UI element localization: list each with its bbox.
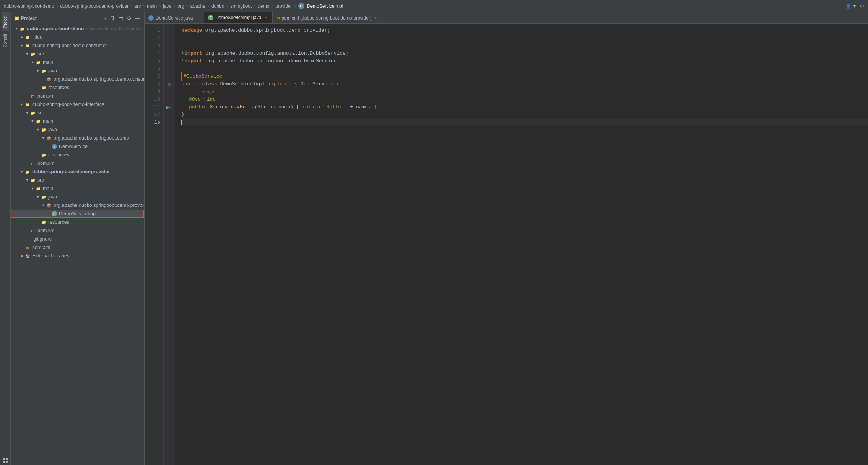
breadcrumb-item-1[interactable]: dubbo-spring-boot-demo: [4, 3, 54, 9]
tree-arrow-consumer-main: ▼: [30, 60, 35, 65]
tree-consumer-pom[interactable]: m pom.xml: [11, 92, 144, 100]
code-content[interactable]: package org.apache.dubbo.springboot.demo…: [175, 24, 868, 465]
tree-external-libs-label: External Libraries: [32, 253, 69, 259]
tree-consumer-resources[interactable]: 📁 resources: [11, 83, 144, 92]
structure-icon[interactable]: [1, 456, 10, 465]
tree-interface-main[interactable]: ▼ 📁 main: [11, 117, 144, 125]
breadcrumb-item-4[interactable]: main: [147, 3, 157, 9]
code-line-1: package org.apache.dubbo.springboot.demo…: [181, 27, 868, 34]
sidebar-expand-icon[interactable]: ⇅: [109, 15, 116, 22]
folder-icon-provider-src: 📁: [30, 177, 36, 183]
tree-consumer-src[interactable]: ▼ 📁 src: [11, 50, 144, 58]
kw-import-5: import: [185, 57, 206, 65]
package-icon-consumer: 📦: [46, 76, 52, 82]
line-num-3: 3: [145, 42, 163, 50]
tree-provider-label: dubbo-spring-boot-demo-provider: [32, 169, 110, 174]
tab-pom[interactable]: m pom.xml (dubbo-spring-boot-demo-provid…: [273, 12, 383, 23]
commit-panel-label[interactable]: Commit: [2, 31, 9, 50]
package-icon-interface: 📦: [46, 135, 52, 141]
svg-rect-3: [6, 461, 8, 463]
tree-consumer-java[interactable]: ▼ 📁 java: [11, 67, 144, 75]
tree-arrow-idea: ▶: [19, 34, 24, 40]
folder-icon-consumer-main: 📁: [35, 59, 41, 65]
gutter-7: [164, 73, 175, 80]
tree-provider[interactable]: ▼ 📁 dubbo-spring-boot-demo-provider: [11, 167, 144, 176]
tree-consumer[interactable]: ▼ 📁 dubbo-spring-boot-demo-consumer: [11, 41, 144, 50]
tree-provider-resources[interactable]: 📁 resources: [11, 218, 144, 226]
tree-interface-pkg[interactable]: ▼ 📦 org.apache.dubbo.springboot.demo: [11, 134, 144, 142]
tab-pom-close[interactable]: ×: [374, 15, 379, 21]
svg-rect-0: [3, 458, 5, 460]
gutter-run-11[interactable]: ▶: [166, 105, 169, 110]
tree-demoserviceimpl[interactable]: C DemoServiceImpl: [11, 210, 144, 218]
svg-rect-2: [3, 461, 5, 463]
tree-provider-main[interactable]: ▼ 📁 main: [11, 184, 144, 193]
sidebar-settings-icon[interactable]: ⚙: [126, 15, 133, 22]
folder-icon-provider: 📁: [24, 169, 31, 175]
folder-icon-consumer: 📁: [24, 42, 31, 49]
tree-external-libs[interactable]: ▶ 📚 External Libraries: [11, 252, 144, 260]
tree-idea[interactable]: ▶ 📁 .idea: [11, 33, 144, 41]
tree-consumer-main[interactable]: ▼ 📁 main: [11, 58, 144, 67]
breadcrumb-item-7[interactable]: apache: [190, 3, 205, 9]
tab-demoservice[interactable]: I DemoService.java ×: [145, 12, 204, 23]
line-num-15: 15: [145, 119, 163, 126]
sidebar-minimize-icon[interactable]: —: [134, 15, 141, 22]
line-num-2: 2: [145, 34, 163, 42]
tree-interface-pom[interactable]: m pom.xml: [11, 159, 144, 167]
code-line-14: }: [181, 111, 868, 119]
tree-root[interactable]: ▼ 📁 dubbo-spring-boot-demo ~/code/dubbo-…: [11, 24, 144, 33]
breadcrumb-item-6[interactable]: org: [177, 3, 184, 9]
code-line-8: public class DemoServiceImpl implements …: [181, 80, 868, 88]
settings-icon[interactable]: ⚙: [860, 3, 864, 9]
tree-provider-pkg[interactable]: ▼ 📦 org.apache.dubbo.springboot.demo.pro…: [11, 201, 144, 210]
breadcrumb-item-5[interactable]: java: [163, 3, 171, 9]
tree-demoservice[interactable]: I DemoService: [11, 142, 144, 151]
code-line-9-hint2: 1 usage: [181, 88, 868, 96]
folder-icon-consumer-res: 📁: [41, 85, 47, 91]
tree-root-path: ~/code/dubbo-spring-boot-demo: [86, 26, 144, 31]
folder-icon-interface-res: 📁: [41, 152, 47, 158]
tab-demoserviceimpl-close[interactable]: ×: [263, 15, 268, 20]
project-panel-label[interactable]: Project: [2, 12, 9, 31]
tree-provider-java[interactable]: ▼ 📁 java: [11, 193, 144, 201]
account-icon[interactable]: 👤 ▼: [845, 3, 857, 9]
dropdown-arrow[interactable]: ▼: [103, 16, 107, 21]
tree-root-pom-label: pom.xml: [32, 245, 50, 250]
tree-interface-src[interactable]: ▼ 📁 src: [11, 109, 144, 117]
tree-idea-label: .idea: [32, 34, 42, 40]
tree-interface-java-label: java: [48, 127, 57, 132]
tree-provider-src[interactable]: ▼ 📁 src: [11, 176, 144, 184]
breadcrumb-class-icon: C: [298, 3, 304, 9]
interface-icon-demoservice: I: [51, 143, 57, 150]
gutter-fold-8[interactable]: ⊞: [168, 82, 171, 86]
tab-class-icon: C: [208, 15, 213, 20]
tab-demoservice-label: DemoService.java: [156, 15, 193, 21]
kw-import-4: import: [185, 50, 206, 57]
svg-rect-1: [6, 458, 8, 460]
tree-interface[interactable]: ▼ 📁 dubbo-spring-boot-demo-interface: [11, 100, 144, 109]
tree-interface-java[interactable]: ▼ 📁 java: [11, 125, 144, 134]
tab-xml-icon: m: [276, 16, 280, 20]
tree-provider-pom[interactable]: m pom.xml: [11, 226, 144, 235]
gutter-fold-11[interactable]: □: [169, 105, 172, 109]
breadcrumb-item-10[interactable]: demo: [258, 3, 269, 9]
tree-root-pom[interactable]: m pom.xml: [11, 243, 144, 252]
tab-demoservice-close[interactable]: ×: [195, 15, 200, 21]
gitignore-icon: ·: [24, 236, 31, 242]
tree-gitignore[interactable]: · .gitignore: [11, 235, 144, 243]
breadcrumb-item-12[interactable]: DemoServiceImpl: [307, 3, 343, 9]
tree-interface-resources[interactable]: 📁 resources: [11, 151, 144, 159]
breadcrumb-item-2[interactable]: dubbo-spring-boot-demo-provider: [60, 3, 128, 9]
sidebar-collapse-icon[interactable]: ⇆: [117, 15, 124, 22]
folder-icon-interface-main: 📁: [35, 118, 41, 124]
breadcrumb-item-8[interactable]: dubbo: [211, 3, 224, 9]
tree-consumer-pom-label: pom.xml: [37, 93, 55, 99]
breadcrumb-item-11[interactable]: provider: [275, 3, 292, 9]
breadcrumb-item-3[interactable]: src: [135, 3, 141, 9]
tree-arrow-interface-java: ▼: [35, 127, 41, 132]
tree-consumer-pkg[interactable]: 📦 org.apache.dubbo.springboot.demo.consu…: [11, 75, 144, 83]
breadcrumb-item-9[interactable]: springboot: [230, 3, 252, 9]
tree-interface-pom-label: pom.xml: [37, 161, 55, 166]
tab-demoserviceimpl[interactable]: C DemoServiceImpl.java ×: [204, 12, 273, 23]
